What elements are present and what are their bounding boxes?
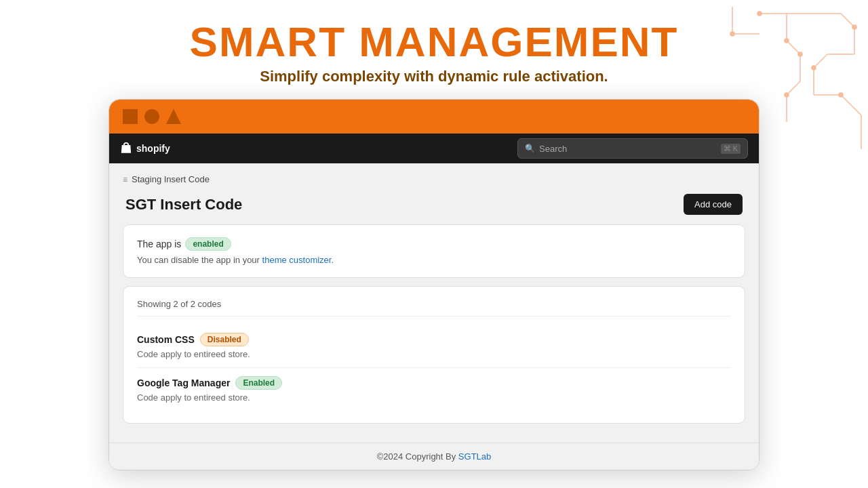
showing-text: Showing 2 of 2 codes bbox=[137, 299, 731, 317]
code-name-css: Custom CSS bbox=[137, 334, 195, 345]
disable-prefix: You can disable the app in your bbox=[137, 255, 260, 265]
page-title-row: SGT Insert Code Add code bbox=[123, 194, 745, 215]
page-title: SGT Insert Code bbox=[125, 196, 242, 214]
page-header: SMART MANAGEMENT Simplify complexity wit… bbox=[0, 0, 868, 99]
app-window: shopify 🔍 Search ⌘ K ≡ Staging Insert Co… bbox=[108, 99, 760, 470]
footer-copyright: ©2024 Copyright By bbox=[377, 451, 456, 462]
shopify-nav: shopify 🔍 Search ⌘ K bbox=[109, 134, 759, 163]
codes-list-card: Showing 2 of 2 codes Custom CSS Disabled… bbox=[123, 286, 745, 424]
code-desc-css: Code apply to entireed store. bbox=[137, 349, 731, 359]
gtm-status-badge: Enabled bbox=[235, 376, 282, 390]
shopify-logo: shopify bbox=[120, 142, 170, 155]
disable-text: You can disable the app in your theme cu… bbox=[137, 255, 731, 265]
titlebar-triangle bbox=[166, 109, 181, 124]
titlebar-circle bbox=[144, 109, 159, 124]
main-content: ≡ Staging Insert Code SGT Insert Code Ad… bbox=[109, 163, 759, 443]
subtitle: Simplify complexity with dynamic rule ac… bbox=[0, 68, 868, 85]
enabled-badge: enabled bbox=[185, 237, 231, 251]
breadcrumb-icon: ≡ bbox=[123, 175, 127, 184]
footer: ©2024 Copyright By SGTLab bbox=[109, 443, 759, 470]
code-item-custom-css: Custom CSS Disabled Code apply to entire… bbox=[137, 325, 731, 368]
sgtlab-link[interactable]: SGTLab bbox=[458, 451, 491, 462]
add-code-button[interactable]: Add code bbox=[684, 194, 743, 215]
search-icon: 🔍 bbox=[525, 144, 535, 153]
shopify-logo-text: shopify bbox=[136, 143, 170, 154]
main-title: SMART MANAGEMENT bbox=[0, 19, 868, 65]
app-status-row: The app is enabled bbox=[137, 237, 731, 251]
breadcrumb: ≡ Staging Insert Code bbox=[123, 174, 745, 184]
code-desc-gtm: Code apply to entireed store. bbox=[137, 392, 731, 403]
search-bar[interactable]: 🔍 Search ⌘ K bbox=[517, 138, 748, 159]
app-status-prefix: The app is bbox=[137, 239, 181, 249]
titlebar-square bbox=[123, 109, 138, 124]
window-titlebar bbox=[109, 100, 759, 134]
code-item-title-row-css: Custom CSS Disabled bbox=[137, 333, 731, 346]
shopify-bag-icon bbox=[120, 142, 132, 155]
code-item-title-row-gtm: Google Tag Manager Enabled bbox=[137, 376, 731, 390]
css-status-badge: Disabled bbox=[200, 333, 249, 346]
link-suffix: . bbox=[331, 255, 334, 265]
code-name-gtm: Google Tag Manager bbox=[137, 378, 230, 388]
theme-customizer-link[interactable]: theme customizer bbox=[262, 255, 332, 265]
search-placeholder: Search bbox=[539, 144, 717, 154]
app-status-card: The app is enabled You can disable the a… bbox=[123, 224, 745, 278]
search-shortcut: ⌘ K bbox=[721, 144, 741, 154]
code-item-gtm: Google Tag Manager Enabled Code apply to… bbox=[137, 368, 731, 411]
breadcrumb-label: Staging Insert Code bbox=[132, 174, 210, 184]
